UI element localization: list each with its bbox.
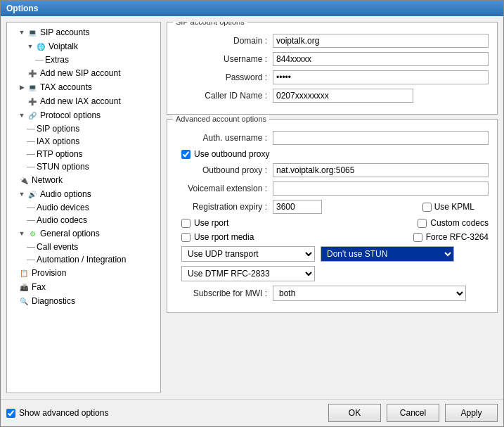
content-panel: SIP account options Domain : Username : … bbox=[167, 22, 498, 393]
show-advanced-section: Show advanced options bbox=[6, 408, 323, 418]
tree-item-provision[interactable]: 📋 Provision bbox=[7, 266, 160, 280]
auth-username-input[interactable] bbox=[273, 131, 489, 145]
fax-icon: 📠 bbox=[18, 281, 30, 293]
tree-item-add-iax[interactable]: ➕ Add new IAX account bbox=[7, 94, 160, 108]
tree-item-protocol-options[interactable]: ▼ 🔗 Protocol options bbox=[7, 108, 160, 122]
audio-icon: 🔊 bbox=[27, 189, 38, 200]
dash-stun-opts: — bbox=[27, 162, 35, 172]
tree-item-voiptalk[interactable]: ▼ 🌐 Voiptalk bbox=[7, 39, 160, 53]
tree-item-fax[interactable]: 📠 Fax bbox=[7, 280, 160, 294]
tree-panel: ▼ 💻 SIP accounts ▼ 🌐 Voiptalk — Extras ➕… bbox=[6, 22, 161, 393]
tree-label-automation: Automation / Integration bbox=[37, 255, 126, 265]
expand-audio: ▼ bbox=[18, 191, 25, 198]
domain-input[interactable] bbox=[273, 34, 489, 48]
outbound-proxy-checkbox-row: Use outbound proxy bbox=[176, 149, 489, 159]
advanced-options-title: Advanced account options bbox=[173, 115, 269, 123]
tree-label-network: Network bbox=[32, 175, 63, 185]
expand-iax: ▶ bbox=[18, 84, 25, 91]
dialog-buttons: OK Cancel Apply bbox=[328, 404, 498, 422]
tree-label-add-iax: Add new IAX account bbox=[40, 96, 121, 106]
cancel-button[interactable]: Cancel bbox=[387, 404, 439, 422]
voicemail-label: Voicemail extension : bbox=[176, 184, 267, 193]
tree-item-sip-options[interactable]: — SIP options bbox=[7, 122, 160, 135]
tree-label-add-sip: Add new SIP account bbox=[40, 68, 121, 78]
tree-item-iax-options[interactable]: — IAX options bbox=[7, 135, 160, 148]
reg-expiry-input[interactable] bbox=[273, 200, 322, 214]
iax-icon: 💻 bbox=[27, 82, 38, 93]
tree-item-audio-devices[interactable]: — Audio devices bbox=[7, 201, 160, 214]
username-input[interactable] bbox=[273, 52, 489, 66]
password-row: Password : bbox=[176, 70, 489, 84]
custom-codecs-label: Custom codecs bbox=[430, 218, 489, 228]
transport-dropdown[interactable]: Use UDP transport Use TCP transport Use … bbox=[181, 246, 315, 262]
add-sip-icon: ➕ bbox=[27, 68, 38, 79]
title-bar: Options bbox=[1, 1, 503, 16]
tree-item-call-events[interactable]: — Call events bbox=[7, 241, 160, 253]
tree-item-extras[interactable]: — Extras bbox=[7, 53, 160, 66]
dtmf-dropdown[interactable]: Use DTMF RFC-2833 Use DTMF SIP INFO Use … bbox=[181, 266, 315, 281]
expand-sip: ▼ bbox=[18, 29, 25, 36]
force-rfc-checkbox[interactable] bbox=[413, 233, 422, 242]
tree-item-automation[interactable]: — Automation / Integration bbox=[7, 253, 160, 266]
show-advanced-checkbox[interactable] bbox=[6, 409, 15, 418]
rport-checkbox[interactable] bbox=[181, 219, 190, 228]
kpml-label: Use KPML bbox=[434, 202, 474, 212]
tree-item-audio-options[interactable]: ▼ 🔊 Audio options bbox=[7, 187, 160, 201]
stun-dropdown[interactable]: Don't use STUN Use STUN Use ICE bbox=[321, 246, 454, 262]
voicemail-input[interactable] bbox=[273, 181, 489, 196]
tree-label-audio-options: Audio options bbox=[40, 189, 91, 199]
apply-button[interactable]: Apply bbox=[445, 404, 498, 422]
expand-proto: ▼ bbox=[18, 112, 25, 119]
tree-item-add-sip[interactable]: ➕ Add new SIP account bbox=[7, 66, 160, 80]
diag-icon: 🔍 bbox=[18, 295, 30, 307]
tree-item-audio-codecs[interactable]: — Audio codecs bbox=[7, 214, 160, 227]
password-input[interactable] bbox=[273, 70, 489, 84]
options-window: Options ▼ 💻 SIP accounts ▼ 🌐 Voiptalk — … bbox=[0, 0, 504, 427]
provision-icon: 📋 bbox=[18, 267, 30, 279]
network-icon: 🔌 bbox=[18, 174, 30, 186]
tree-item-general-options[interactable]: ▼ ⚙ General options bbox=[7, 227, 160, 241]
ok-button[interactable]: OK bbox=[328, 404, 381, 422]
custom-codecs-checkbox[interactable] bbox=[418, 219, 427, 228]
kpml-checkbox[interactable] bbox=[422, 203, 432, 212]
domain-row: Domain : bbox=[176, 34, 489, 48]
force-rfc-col: Force RFC-3264 bbox=[413, 232, 489, 242]
tree-label-provision: Provision bbox=[32, 268, 66, 278]
caller-id-input[interactable] bbox=[273, 89, 413, 103]
dash-sip-opts: — bbox=[27, 124, 35, 134]
outbound-proxy-field-label: Outbound proxy : bbox=[176, 165, 267, 175]
tree-item-stun-options[interactable]: — STUN options bbox=[7, 160, 160, 173]
tree-item-rtp-options[interactable]: — RTP options bbox=[7, 148, 160, 160]
tree-label-sip-options: SIP options bbox=[37, 124, 79, 134]
outbound-proxy-label: Use outbound proxy bbox=[194, 149, 269, 159]
dtmf-row: Use DTMF RFC-2833 Use DTMF SIP INFO Use … bbox=[176, 266, 489, 281]
username-row: Username : bbox=[176, 52, 489, 66]
rport-media-rfc-row: Use rport media Force RFC-3264 bbox=[176, 232, 489, 242]
rport-media-col: Use rport media bbox=[181, 232, 254, 242]
expand-general: ▼ bbox=[18, 230, 25, 237]
sip-account-options-title: SIP account options bbox=[173, 22, 247, 26]
voip-icon: 🌐 bbox=[35, 41, 46, 52]
outbound-proxy-checkbox[interactable] bbox=[181, 150, 190, 159]
tree-item-iax-accounts[interactable]: ▶ 💻 TAX accounts bbox=[7, 80, 160, 94]
dash-iax-opts: — bbox=[27, 136, 35, 146]
tree-item-sip-accounts[interactable]: ▼ 💻 SIP accounts bbox=[7, 25, 160, 39]
rport-media-checkbox[interactable] bbox=[181, 233, 190, 242]
tree-item-diagnostics[interactable]: 🔍 Diagnostics bbox=[7, 294, 160, 308]
tree-item-network[interactable]: 🔌 Network bbox=[7, 173, 160, 187]
caller-id-row: Caller ID Name : bbox=[176, 89, 489, 103]
outbound-proxy-input[interactable] bbox=[273, 163, 489, 177]
tree-label-audio-codecs: Audio codecs bbox=[37, 215, 87, 225]
subscribe-mwi-dropdown[interactable]: both none voice fax bbox=[273, 286, 466, 301]
tree-label-general-options: General options bbox=[40, 229, 100, 238]
tree-label-extras: Extras bbox=[45, 55, 69, 65]
bottom-bar: Show advanced options OK Cancel Apply bbox=[1, 399, 503, 426]
transport-stun-row: Use UDP transport Use TCP transport Use … bbox=[176, 246, 489, 262]
dash-call-ev: — bbox=[27, 242, 35, 252]
domain-label: Domain : bbox=[176, 36, 267, 46]
dash-automation: — bbox=[27, 255, 35, 265]
caller-id-label: Caller ID Name : bbox=[176, 91, 267, 101]
force-rfc-label: Force RFC-3264 bbox=[426, 232, 489, 242]
tree-label-iax-accounts: TAX accounts bbox=[40, 82, 92, 92]
window-title: Options bbox=[6, 4, 38, 13]
